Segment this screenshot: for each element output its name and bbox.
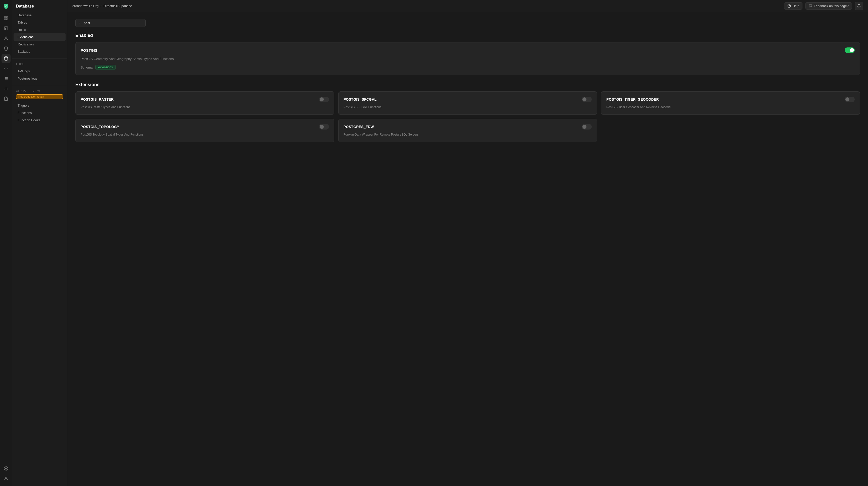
- main-content: Enabled POSTGIS PostGIS Geometry And Geo…: [67, 12, 868, 486]
- svg-point-7: [5, 37, 7, 38]
- ext-name-raster: POSTGIS_RASTER: [81, 97, 114, 101]
- alpha-section-label: Alpha Preview: [12, 87, 67, 93]
- ext-card-postgres-fdw: POSTGRES_FDW Foreign-Data Wrapper For Re…: [338, 119, 597, 142]
- svg-rect-3: [6, 19, 7, 20]
- left-sidebar: Database Database Tables Roles Extension…: [12, 0, 67, 486]
- ext-card-postgis-tiger: POSTGIS_TIGER_GEOCODER PostGIS Tiger Geo…: [601, 91, 860, 115]
- schema-label: Schema:: [81, 66, 93, 69]
- svg-point-18: [5, 468, 6, 469]
- enabled-ext-description: PostGIS Geometry And Geography Spatial T…: [81, 57, 855, 61]
- nav-settings-icon[interactable]: [1, 464, 10, 473]
- svg-rect-0: [4, 17, 5, 18]
- ext-name-sfcgal: POSTGIS_SFCGAL: [344, 97, 377, 101]
- database-section: Database Tables Roles Extensions Replica…: [12, 10, 67, 56]
- svg-rect-2: [4, 19, 5, 20]
- topbar: erondpowell's Org / Directus+Supabase He…: [67, 0, 868, 12]
- extensions-grid-row2: POSTGIS_TOPOLOGY PostGIS Topology Spatia…: [75, 119, 860, 142]
- ext-name-fdw: POSTGRES_FDW: [344, 125, 374, 129]
- ext-desc-sfcgal: PostGIS SFCGAL Functions: [344, 105, 592, 109]
- nav-database-icon[interactable]: [1, 54, 10, 63]
- alpha-section: Triggers Functions Function Hooks: [12, 101, 67, 125]
- nav-code-icon[interactable]: [1, 64, 10, 73]
- sidebar-item-function-hooks[interactable]: Function Hooks: [13, 117, 66, 124]
- svg-line-23: [81, 24, 82, 24]
- sidebar-item-replication[interactable]: Replication: [13, 41, 66, 48]
- ext-toggle-fdw[interactable]: [582, 124, 592, 130]
- ext-card-postgis-sfcgal: POSTGIS_SFCGAL PostGIS SFCGAL Functions: [338, 91, 597, 115]
- svg-rect-4: [4, 27, 8, 30]
- ext-name-topology: POSTGIS_TOPOLOGY: [81, 125, 119, 129]
- breadcrumb-sep: /: [100, 4, 101, 8]
- nav-user-profile-icon[interactable]: [1, 474, 10, 483]
- enabled-extension-card: POSTGIS PostGIS Geometry And Geography S…: [75, 42, 860, 75]
- ext-toggle-tiger[interactable]: [845, 97, 855, 102]
- svg-point-8: [4, 57, 8, 58]
- sidebar-item-roles[interactable]: Roles: [13, 26, 66, 33]
- main-wrapper: erondpowell's Org / Directus+Supabase He…: [67, 0, 868, 486]
- nav-file-icon[interactable]: [1, 94, 10, 103]
- ext-card-postgis-raster: POSTGIS_RASTER PostGIS Raster Types And …: [75, 91, 334, 115]
- topbar-actions: Help Feedback on this page?: [784, 2, 863, 10]
- sidebar-item-extensions[interactable]: Extensions: [13, 33, 66, 41]
- sidebar-item-triggers[interactable]: Triggers: [13, 102, 66, 109]
- nav-home-icon[interactable]: [1, 14, 10, 23]
- ext-desc-tiger: PostGIS Tiger Geocoder And Reverse Geoco…: [606, 105, 855, 109]
- logs-section: API logs Postgres logs: [12, 67, 67, 83]
- breadcrumb-project[interactable]: Directus+Supabase: [103, 4, 132, 8]
- sidebar-header: Database: [12, 0, 67, 10]
- enabled-section-title: Enabled: [75, 33, 860, 38]
- svg-point-22: [79, 22, 82, 24]
- nav-table-icon[interactable]: [1, 24, 10, 33]
- notifications-button[interactable]: [855, 2, 863, 10]
- logs-section-label: Logs: [12, 61, 67, 67]
- help-button[interactable]: Help: [784, 2, 802, 9]
- ext-toggle-topology[interactable]: [319, 124, 329, 130]
- ext-name-tiger: POSTGIS_TIGER_GEOCODER: [606, 97, 659, 101]
- nav-list-icon[interactable]: [1, 74, 10, 83]
- nav-shield-icon[interactable]: [1, 44, 10, 53]
- ext-desc-fdw: Foreign-Data Wrapper For Remote PostgreS…: [344, 133, 592, 137]
- enabled-ext-schema: Schema: extensions: [81, 65, 855, 70]
- nav-chart-icon[interactable]: [1, 84, 10, 93]
- enabled-ext-name: POSTGIS: [81, 48, 97, 53]
- app-logo[interactable]: [3, 3, 9, 10]
- search-input[interactable]: [84, 21, 143, 25]
- sidebar-item-backups[interactable]: Backups: [13, 48, 66, 55]
- extensions-grid: POSTGIS_RASTER PostGIS Raster Types And …: [75, 91, 860, 115]
- ext-desc-topology: PostGIS Topology Spatial Types And Funct…: [81, 133, 329, 137]
- sidebar-item-functions[interactable]: Functions: [13, 109, 66, 117]
- sidebar-item-postgres-logs[interactable]: Postgres logs: [13, 75, 66, 82]
- sidebar-item-database[interactable]: Database: [13, 11, 66, 19]
- enabled-ext-toggle[interactable]: [845, 47, 855, 53]
- ext-toggle-sfcgal[interactable]: [582, 97, 592, 102]
- ext-card-postgis-topology: POSTGIS_TOPOLOGY PostGIS Topology Spatia…: [75, 119, 334, 142]
- icon-sidebar: [0, 0, 12, 486]
- nav-users-icon[interactable]: [1, 34, 10, 43]
- search-bar[interactable]: [75, 19, 146, 27]
- sidebar-item-tables[interactable]: Tables: [13, 19, 66, 26]
- sidebar-item-api-logs[interactable]: API logs: [13, 67, 66, 75]
- svg-rect-1: [6, 17, 7, 18]
- feedback-label: Feedback on this page?: [814, 4, 849, 8]
- ext-toggle-raster[interactable]: [319, 97, 329, 102]
- breadcrumb-org[interactable]: erondpowell's Org: [72, 4, 98, 8]
- extensions-section-title: Extensions: [75, 82, 860, 87]
- alpha-badge: Not production ready: [16, 94, 63, 99]
- search-icon: [79, 21, 82, 25]
- svg-point-19: [5, 477, 7, 479]
- breadcrumb: erondpowell's Org / Directus+Supabase: [72, 4, 132, 8]
- feedback-button[interactable]: Feedback on this page?: [805, 2, 852, 9]
- help-label: Help: [793, 4, 799, 8]
- schema-badge: extensions: [95, 65, 115, 70]
- ext-desc-raster: PostGIS Raster Types And Functions: [81, 105, 329, 109]
